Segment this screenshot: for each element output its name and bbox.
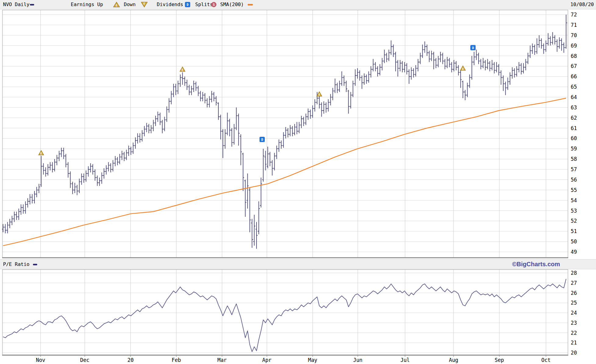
svg-text:71: 71 — [571, 22, 577, 28]
earnings-up-marker: E — [460, 66, 465, 71]
svg-text:55: 55 — [571, 187, 577, 193]
svg-text:21: 21 — [571, 340, 577, 346]
svg-text:Apr: Apr — [262, 357, 272, 363]
pe-header: P/E Ratio ©BigCharts.com — [0, 259, 596, 269]
svg-text:23: 23 — [571, 320, 577, 326]
earnings-up-marker: E — [317, 92, 322, 97]
svg-text:59: 59 — [571, 146, 577, 152]
svg-text:61: 61 — [571, 125, 577, 131]
svg-text:25: 25 — [571, 300, 577, 306]
svg-text:62: 62 — [571, 115, 577, 121]
svg-text:E: E — [40, 152, 42, 155]
price-gridlines — [2, 15, 568, 252]
sma200-line — [3, 98, 566, 246]
svg-text:53: 53 — [571, 208, 577, 214]
price-axis-labels: 7271706968676665646362616059585756555453… — [571, 12, 577, 255]
svg-text:58: 58 — [571, 156, 577, 162]
svg-text:20: 20 — [571, 350, 577, 356]
month-axis-labels: NovDec20FebMarAprMayJunJulAugSepOct — [36, 357, 551, 363]
svg-text:24: 24 — [571, 310, 577, 316]
svg-text:E: E — [462, 68, 464, 71]
bigcharts-watermark: ©BigCharts.com — [512, 260, 560, 269]
svg-text:56: 56 — [571, 177, 577, 183]
svg-text:65: 65 — [571, 84, 577, 90]
bottom-axes — [2, 258, 568, 355]
bigcharts-page: { "header": { "symbol_label": "NVO Daily… — [0, 0, 596, 364]
svg-text:D: D — [261, 138, 263, 141]
svg-text:Feb: Feb — [172, 357, 181, 363]
pe-ratio-label: P/E Ratio — [3, 260, 30, 269]
svg-text:Sep: Sep — [495, 357, 504, 363]
svg-text:May: May — [308, 357, 318, 363]
svg-text:Mar: Mar — [217, 357, 227, 363]
svg-text:68: 68 — [571, 53, 577, 59]
svg-text:E: E — [182, 69, 183, 72]
svg-text:Jun: Jun — [353, 357, 363, 363]
svg-text:Dec: Dec — [80, 357, 90, 363]
svg-text:E: E — [318, 93, 320, 96]
svg-text:54: 54 — [571, 197, 577, 203]
svg-text:28: 28 — [571, 270, 577, 276]
svg-text:51: 51 — [571, 228, 577, 234]
svg-text:57: 57 — [571, 166, 577, 172]
earnings-up-marker: E — [180, 67, 185, 72]
earnings-up-marker: E — [39, 150, 44, 155]
svg-text:22: 22 — [571, 330, 577, 336]
svg-text:63: 63 — [571, 104, 577, 111]
svg-text:Aug: Aug — [449, 357, 458, 363]
svg-text:64: 64 — [571, 94, 577, 100]
svg-text:26: 26 — [571, 290, 577, 296]
svg-text:69: 69 — [571, 43, 577, 49]
pe-series-dash-icon — [33, 264, 37, 265]
month-gridlines — [41, 10, 546, 355]
price-and-pe-chart: E E E E D D72717069686766656463626160595… — [0, 0, 596, 364]
pe-axis-labels: 282726252423222120 — [571, 270, 577, 356]
svg-text:D: D — [472, 46, 474, 50]
svg-text:20: 20 — [127, 357, 134, 363]
svg-text:72: 72 — [571, 12, 577, 18]
svg-text:70: 70 — [571, 32, 577, 38]
dividend-marker: D — [471, 45, 476, 50]
svg-text:67: 67 — [571, 63, 577, 69]
svg-text:Nov: Nov — [36, 357, 45, 363]
svg-text:49: 49 — [571, 249, 577, 255]
svg-text:Jul: Jul — [400, 357, 410, 363]
svg-text:Oct: Oct — [541, 357, 551, 363]
pe-line — [3, 279, 566, 352]
dividend-marker: D — [260, 137, 264, 142]
svg-text:52: 52 — [571, 218, 577, 224]
svg-text:50: 50 — [571, 239, 577, 245]
svg-text:60: 60 — [571, 135, 577, 141]
svg-text:66: 66 — [571, 73, 577, 80]
svg-text:27: 27 — [571, 280, 577, 286]
ohlc-bars — [2, 15, 567, 249]
pe-gridlines — [2, 273, 568, 353]
